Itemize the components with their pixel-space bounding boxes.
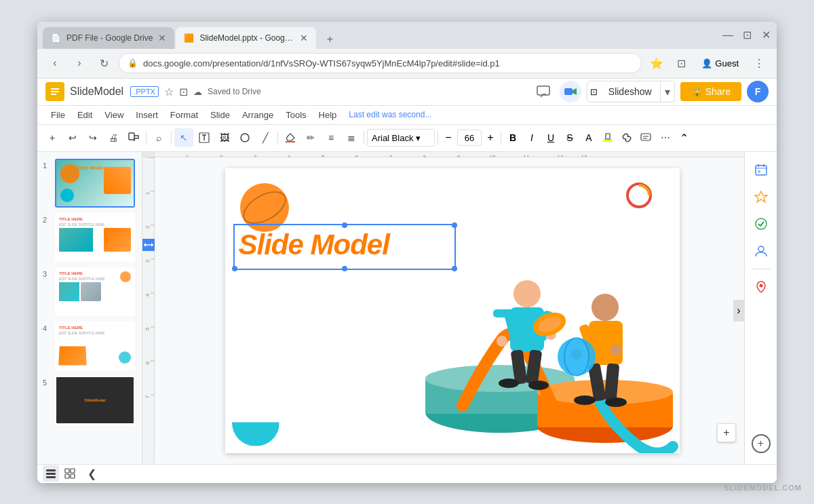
- saved-text: Saved to Drive: [208, 87, 261, 96]
- border-color-button[interactable]: ✏: [301, 128, 320, 147]
- star-icon[interactable]: ☆: [164, 85, 174, 98]
- slide-thumb-3[interactable]: TITLE HERE EDIT SLIDE SUBTITLE HERE: [55, 267, 135, 316]
- font-dropdown-icon: ▾: [416, 133, 421, 143]
- contacts-icon[interactable]: [749, 239, 773, 263]
- lock-icon: 🔒: [128, 58, 138, 68]
- handle-bottom[interactable]: [342, 266, 347, 271]
- tab-close-drive[interactable]: ✕: [158, 33, 166, 43]
- toolbar-collapse-button[interactable]: ⌃: [676, 130, 691, 145]
- slide-thumb-4[interactable]: TITLE HERE EDIT SLIDE SUBTITLE HERE: [55, 322, 135, 370]
- menu-tools[interactable]: Tools: [280, 107, 311, 123]
- back-button[interactable]: ‹: [45, 54, 64, 73]
- handle-bottom-left[interactable]: [232, 266, 237, 271]
- slide-item-5[interactable]: 5 SlideModel: [41, 374, 138, 426]
- line-spacing-button[interactable]: ≣: [342, 128, 361, 147]
- menu-view[interactable]: View: [99, 107, 129, 123]
- shape-button[interactable]: [235, 128, 254, 147]
- svg-text:7: 7: [144, 395, 151, 398]
- slideshow-arrow[interactable]: ▾: [660, 81, 674, 102]
- folder-icon[interactable]: ⊡: [179, 85, 188, 98]
- menu-arrange[interactable]: Arrange: [237, 107, 279, 123]
- last-edit[interactable]: Last edit was second...: [349, 110, 431, 119]
- maximize-button[interactable]: ⊡: [741, 30, 752, 41]
- align-left-button[interactable]: ≡: [322, 128, 341, 147]
- print-button[interactable]: 🖨: [104, 128, 123, 147]
- add-button[interactable]: +: [43, 128, 62, 147]
- teal-arc: [232, 399, 279, 446]
- menu-format[interactable]: Format: [165, 107, 204, 123]
- font-size-plus[interactable]: +: [483, 130, 498, 145]
- text-button[interactable]: [195, 128, 214, 147]
- slideshow-label: Slideshow: [600, 86, 660, 97]
- separator3: [277, 131, 278, 144]
- share-button[interactable]: 🔒 Share: [680, 82, 741, 101]
- slide-thumb-1[interactable]: Slide Model: [55, 159, 135, 208]
- slideshow-button[interactable]: ⊡ Slideshow ▾: [587, 81, 675, 102]
- svg-point-88: [610, 345, 621, 355]
- slide-item-4[interactable]: 4 TITLE HERE EDIT SLIDE SUBTITLE HERE: [41, 320, 138, 372]
- url-bar[interactable]: 🔒 docs.google.com/presentation/d/1nfVsSR…: [119, 53, 642, 73]
- svg-text:6: 6: [144, 361, 151, 364]
- close-button[interactable]: ✕: [760, 30, 771, 41]
- font-selector[interactable]: Arial Black ▾: [367, 129, 435, 147]
- svg-rect-4: [537, 86, 549, 95]
- text-color-button[interactable]: A: [580, 129, 598, 147]
- more-options-button[interactable]: ⋯: [656, 128, 675, 147]
- redo-button[interactable]: ↪: [83, 128, 102, 147]
- minimize-button[interactable]: —: [722, 30, 733, 41]
- font-size-minus[interactable]: −: [441, 130, 456, 145]
- grid-view-button[interactable]: [62, 465, 78, 482]
- collapse-panel-button[interactable]: ❮: [83, 465, 100, 482]
- menu-help[interactable]: Help: [313, 107, 343, 123]
- undo-button[interactable]: ↩: [63, 128, 82, 147]
- bookmark-icon[interactable]: ⭐: [647, 54, 666, 73]
- bold-button[interactable]: B: [504, 129, 522, 147]
- comment-button[interactable]: [532, 81, 554, 102]
- add-extension-button[interactable]: +: [752, 434, 771, 453]
- underline-button[interactable]: U: [542, 129, 560, 147]
- scroll-right[interactable]: ›: [733, 300, 744, 322]
- menu-file[interactable]: File: [45, 107, 71, 123]
- image-button[interactable]: 🖼: [215, 128, 234, 147]
- tab-close-slides[interactable]: ✕: [300, 33, 308, 43]
- tasks-icon[interactable]: [749, 212, 773, 236]
- line-button[interactable]: ╱: [256, 128, 275, 147]
- slide-item-1[interactable]: 1 Slide Model: [41, 157, 138, 209]
- handle-top[interactable]: [342, 222, 347, 228]
- account-button[interactable]: 👤 Guest: [696, 56, 744, 71]
- font-size-input[interactable]: [457, 130, 482, 146]
- font-name: Arial Black: [372, 133, 413, 143]
- meet-button[interactable]: [560, 81, 581, 102]
- fill-color-button[interactable]: [281, 128, 300, 147]
- slide-item-2[interactable]: 2 TITLE HERE EDIT SLIDE SUBTITLE HERE: [41, 212, 138, 263]
- avatar[interactable]: F: [747, 81, 769, 102]
- maps-icon[interactable]: [749, 275, 773, 299]
- forward-button[interactable]: ›: [70, 54, 89, 73]
- slide-item-3[interactable]: 3 TITLE HERE EDIT SLIDE SUBTITLE HERE: [41, 266, 138, 317]
- add-to-slide-button[interactable]: +: [717, 423, 736, 442]
- slide-canvas[interactable]: Slide Model: [225, 168, 680, 453]
- more-menu-icon[interactable]: ⋮: [750, 54, 769, 73]
- keep-icon[interactable]: [749, 185, 773, 209]
- menu-edit[interactable]: Edit: [72, 107, 98, 123]
- link-button[interactable]: [618, 129, 636, 147]
- insert-comment-button[interactable]: [637, 129, 655, 147]
- slide-thumb-2[interactable]: TITLE HERE EDIT SLIDE SUBTITLE HERE: [55, 213, 135, 262]
- tab-slides[interactable]: 🟧 SlideModel.pptx - Google Slides ✕: [176, 27, 316, 49]
- list-view-button[interactable]: [43, 465, 59, 482]
- refresh-button[interactable]: ↻: [94, 54, 113, 73]
- select-button[interactable]: ↖: [174, 128, 193, 147]
- slide-thumb-5[interactable]: SlideModel: [55, 376, 135, 425]
- calendar-icon[interactable]: [749, 157, 773, 182]
- zoom-button[interactable]: ⌕: [149, 128, 168, 147]
- paint-format-button[interactable]: [124, 128, 143, 147]
- menu-insert[interactable]: Insert: [130, 107, 163, 123]
- menu-slide[interactable]: Slide: [205, 107, 235, 123]
- title-bar: 📄 PDF File - Google Drive ✕ 🟧 SlideModel…: [37, 22, 777, 49]
- new-tab-button[interactable]: +: [320, 30, 339, 49]
- italic-button[interactable]: I: [523, 129, 541, 147]
- tab-drive[interactable]: 📄 PDF File - Google Drive ✕: [43, 27, 174, 49]
- strikethrough-button[interactable]: S: [561, 129, 579, 147]
- highlight-button[interactable]: [599, 129, 617, 147]
- cast-icon[interactable]: ⊡: [672, 54, 691, 73]
